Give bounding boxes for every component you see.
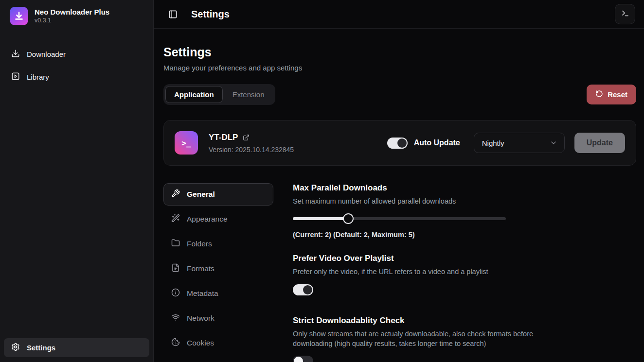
setting-title: Strict Downloadablity Check bbox=[293, 316, 636, 326]
parallel-slider-fill bbox=[293, 217, 348, 220]
file-play-icon bbox=[171, 263, 180, 274]
sidebar-item-label: Downloader bbox=[27, 50, 66, 58]
ytdlp-version: Version: 2025.10.14.232845 bbox=[209, 146, 294, 154]
rotate-ccw-icon bbox=[595, 90, 603, 99]
settings-nav-label: Network bbox=[187, 314, 215, 323]
settings-nav-sponsorblock[interactable]: Sponsorblock bbox=[163, 357, 273, 362]
sidebar-item-label: Library bbox=[27, 73, 49, 81]
sidebar-item-label: Settings bbox=[27, 344, 55, 352]
toggle-knob bbox=[294, 357, 303, 362]
gear-icon bbox=[11, 343, 20, 353]
setting-description: Only show streams that are actualy downl… bbox=[293, 329, 544, 349]
settings-content: Settings Manage your preferences and app… bbox=[154, 29, 644, 362]
reset-label: Reset bbox=[608, 90, 627, 99]
prefer-video-setting: Prefer Video Over Playlist Prefer only t… bbox=[293, 254, 636, 295]
panel-left-icon[interactable] bbox=[168, 10, 178, 19]
settings-nav-appearance[interactable]: Appearance bbox=[163, 208, 273, 230]
folder-icon bbox=[171, 239, 180, 249]
sidebar-nav: Downloader Library bbox=[4, 45, 149, 86]
settings-nav-general[interactable]: General bbox=[163, 183, 273, 206]
settings-nav-label: General bbox=[187, 190, 215, 199]
settings-nav-label: Cookies bbox=[187, 339, 214, 347]
sidebar-item-downloader[interactable]: Downloader bbox=[4, 45, 149, 64]
page-title: Settings bbox=[163, 45, 636, 59]
terminal-button[interactable] bbox=[615, 4, 635, 24]
wand-sparkles-icon bbox=[171, 214, 180, 224]
main-header: Settings bbox=[154, 0, 644, 29]
parallel-slider-thumb[interactable] bbox=[343, 213, 354, 224]
prefer-video-toggle[interactable] bbox=[293, 284, 313, 295]
update-channel-value: Nightly bbox=[482, 139, 504, 147]
settings-nav-formats[interactable]: Formats bbox=[163, 258, 273, 280]
app-logo-download-icon bbox=[10, 7, 28, 25]
setting-title: Prefer Video Over Playlist bbox=[293, 254, 636, 263]
info-circle-icon bbox=[171, 288, 180, 299]
settings-nav-cookies[interactable]: Cookies bbox=[163, 332, 273, 354]
update-channel-select[interactable]: Nightly bbox=[474, 133, 565, 153]
ytdlp-title: YT-DLP bbox=[209, 133, 238, 142]
settings-nav-metadata[interactable]: Metadata bbox=[163, 282, 273, 305]
max-parallel-downloads-setting: Max Parallel Downloads Set maximum numbe… bbox=[293, 183, 636, 239]
sidebar-item-settings[interactable]: Settings bbox=[4, 338, 149, 357]
parallel-downloads-slider[interactable] bbox=[293, 213, 506, 224]
main-area: Settings Settings Manage your preference… bbox=[154, 0, 644, 362]
download-icon bbox=[11, 49, 20, 59]
setting-description: Set maximum number of allowed parallel d… bbox=[293, 196, 544, 206]
play-square-icon bbox=[11, 72, 20, 82]
terminal-icon bbox=[621, 9, 629, 19]
setting-description: Prefer only the video, if the URL refers… bbox=[293, 267, 544, 276]
external-link-icon[interactable] bbox=[243, 134, 250, 141]
settings-nav-label: Metadata bbox=[187, 289, 218, 298]
wrench-icon bbox=[171, 189, 180, 200]
ytdlp-card: >_ YT-DLP Version: 2025.10.14.232845 Aut… bbox=[163, 120, 636, 166]
app-version: v0.3.1 bbox=[35, 17, 109, 25]
sidebar-item-library[interactable]: Library bbox=[4, 68, 149, 86]
reset-button[interactable]: Reset bbox=[587, 85, 636, 104]
settings-nav-label: Folders bbox=[187, 240, 212, 248]
sidebar: Neo Downloader Plus v0.3.1 Downloader Li… bbox=[0, 0, 154, 362]
strict-check-toggle[interactable] bbox=[293, 356, 313, 362]
general-settings-panel: Max Parallel Downloads Set maximum numbe… bbox=[293, 183, 636, 362]
app-window: Neo Downloader Plus v0.3.1 Downloader Li… bbox=[0, 0, 644, 362]
ytdlp-terminal-icon: >_ bbox=[175, 131, 198, 155]
toggle-knob bbox=[303, 285, 312, 294]
strict-check-setting: Strict Downloadablity Check Only show st… bbox=[293, 316, 636, 362]
update-button[interactable]: Update bbox=[574, 133, 625, 153]
auto-update-toggle[interactable] bbox=[387, 138, 408, 149]
app-brand: Neo Downloader Plus v0.3.1 bbox=[4, 5, 149, 27]
slider-value-info: (Current: 2) (Default: 2, Maximum: 5) bbox=[293, 231, 636, 239]
tab-extension[interactable]: Extension bbox=[224, 86, 273, 103]
settings-nav-network[interactable]: Network bbox=[163, 307, 273, 329]
setting-title: Max Parallel Downloads bbox=[293, 183, 636, 193]
auto-update-label: Auto Update bbox=[414, 138, 460, 147]
settings-nav-folders[interactable]: Folders bbox=[163, 233, 273, 255]
wifi-icon bbox=[171, 313, 180, 324]
app-name: Neo Downloader Plus bbox=[35, 8, 109, 17]
page-subtitle: Manage your preferences and app settings bbox=[163, 64, 636, 72]
toggle-knob bbox=[397, 138, 407, 148]
settings-tabs: Application Extension bbox=[163, 84, 275, 105]
settings-nav-label: Appearance bbox=[187, 215, 228, 224]
cookie-icon bbox=[171, 338, 180, 348]
settings-nav-label: Formats bbox=[187, 264, 215, 273]
settings-section-nav: General Appearance Folders Formats bbox=[163, 183, 273, 362]
chevron-down-icon bbox=[550, 139, 557, 147]
header-title: Settings bbox=[191, 9, 230, 20]
tab-application[interactable]: Application bbox=[165, 86, 223, 103]
